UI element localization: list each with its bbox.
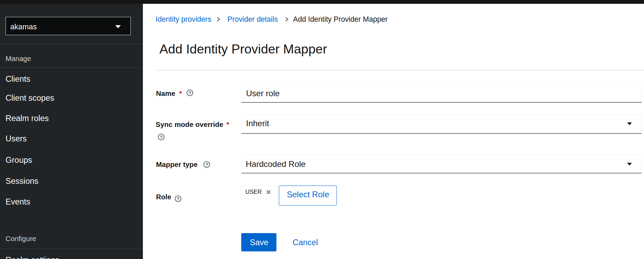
svg-text:?: ? (205, 162, 208, 167)
svg-text:?: ? (160, 135, 163, 140)
svg-text:?: ? (177, 196, 179, 201)
svg-text:?: ? (188, 90, 191, 96)
